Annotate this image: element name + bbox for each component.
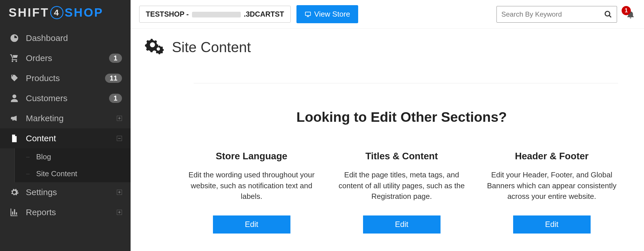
sidebar-item-customers[interactable]: Customers 1	[0, 88, 131, 108]
divider	[194, 83, 618, 83]
content-panel: Looking to Edit Other Sections? Store La…	[174, 66, 630, 245]
subnav-site-content[interactable]: Site Content	[30, 165, 131, 182]
nav-label: Content	[26, 134, 117, 143]
nav-badge: 11	[105, 74, 122, 83]
expand-plus-icon: +	[117, 116, 122, 121]
nav-label: Products	[26, 73, 105, 83]
card-store-language: Store Language Edit the wording used thr…	[185, 151, 318, 234]
page-header: Site Content	[145, 37, 630, 57]
card-desc: Edit the page titles, meta tags, and con…	[335, 170, 468, 203]
card-title: Store Language	[185, 151, 318, 162]
nav-list: Dashboard Orders 1 Products 11	[0, 28, 131, 222]
view-store-label: View Store	[314, 10, 350, 19]
redacted-store-id	[192, 12, 241, 17]
panel-heading: Looking to Edit Other Sections?	[185, 109, 618, 125]
gear-icon	[9, 188, 20, 197]
sidebar-item-settings[interactable]: Settings +	[0, 182, 131, 202]
nav-label: Orders	[26, 53, 109, 63]
sidebar-item-orders[interactable]: Orders 1	[0, 48, 131, 68]
file-icon	[9, 134, 20, 143]
subnav-label: Blog	[36, 152, 51, 161]
logo-four: 4	[50, 6, 63, 19]
dashboard-icon	[9, 34, 20, 43]
edit-titles-content-button[interactable]: Edit	[363, 215, 441, 234]
card-title: Header & Footer	[485, 151, 618, 162]
sidebar-item-marketing[interactable]: Marketing +	[0, 108, 131, 128]
nav-label: Customers	[26, 93, 109, 103]
notifications-button[interactable]: 1	[626, 9, 635, 19]
expand-plus-icon: +	[117, 190, 122, 195]
logo-part2: SHOP	[65, 6, 103, 19]
gears-icon	[145, 37, 165, 57]
edit-header-footer-button[interactable]: Edit	[513, 215, 591, 234]
search-box[interactable]	[496, 6, 617, 23]
expand-minus-icon: −	[117, 136, 122, 141]
page-body: Site Content Looking to Edit Other Secti…	[131, 29, 644, 251]
nav-badge: 1	[109, 94, 122, 103]
chart-icon	[9, 208, 20, 217]
tag-icon	[9, 74, 20, 83]
store-name-box[interactable]: TESTSHOP - .3DCARTST	[139, 6, 291, 23]
subnav-blog[interactable]: Blog	[30, 148, 131, 165]
content-subnav: Blog Site Content	[14, 148, 131, 182]
page-title: Site Content	[172, 39, 251, 56]
sidebar-item-content[interactable]: Content −	[0, 128, 131, 148]
view-store-button[interactable]: View Store	[296, 5, 358, 23]
logo-part1: SHIFT	[9, 6, 49, 19]
svg-rect-0	[305, 12, 311, 15]
user-icon	[9, 94, 20, 103]
nav-label: Settings	[26, 187, 117, 197]
store-prefix: TESTSHOP -	[146, 10, 191, 18]
cart-icon	[9, 54, 20, 63]
store-suffix: .3DCARTST	[244, 10, 284, 18]
nav-label: Dashboard	[26, 33, 122, 43]
topbar: TESTSHOP - .3DCARTST View Store	[131, 0, 644, 29]
card-header-footer: Header & Footer Edit your Header, Footer…	[485, 151, 618, 234]
search-icon	[604, 10, 612, 18]
nav-label: Reports	[26, 207, 117, 217]
svg-point-1	[605, 11, 610, 16]
notification-badge: 1	[622, 6, 631, 15]
monitor-icon	[304, 11, 311, 18]
expand-plus-icon: +	[117, 210, 122, 215]
card-desc: Edit your Header, Footer, and Global Ban…	[485, 170, 618, 203]
search-input[interactable]	[501, 10, 604, 18]
subnav-label: Site Content	[36, 169, 77, 178]
nav-label: Marketing	[26, 113, 117, 123]
sidebar: SHIFT 4 SHOP Dashboard Orders 1	[0, 0, 131, 251]
edit-store-language-button[interactable]: Edit	[213, 215, 290, 234]
search-button[interactable]	[604, 10, 612, 18]
logo[interactable]: SHIFT 4 SHOP	[0, 0, 131, 28]
cards-row: Store Language Edit the wording used thr…	[185, 151, 618, 234]
sidebar-item-dashboard[interactable]: Dashboard	[0, 28, 131, 48]
main-area: TESTSHOP - .3DCARTST View Store	[131, 0, 644, 251]
card-desc: Edit the wording used throughout your we…	[185, 170, 318, 203]
card-titles-content: Titles & Content Edit the page titles, m…	[335, 151, 468, 234]
nav-badge: 1	[109, 54, 122, 63]
sidebar-item-reports[interactable]: Reports +	[0, 202, 131, 222]
bullhorn-icon	[9, 114, 20, 123]
card-title: Titles & Content	[335, 151, 468, 162]
sidebar-item-products[interactable]: Products 11	[0, 68, 131, 88]
